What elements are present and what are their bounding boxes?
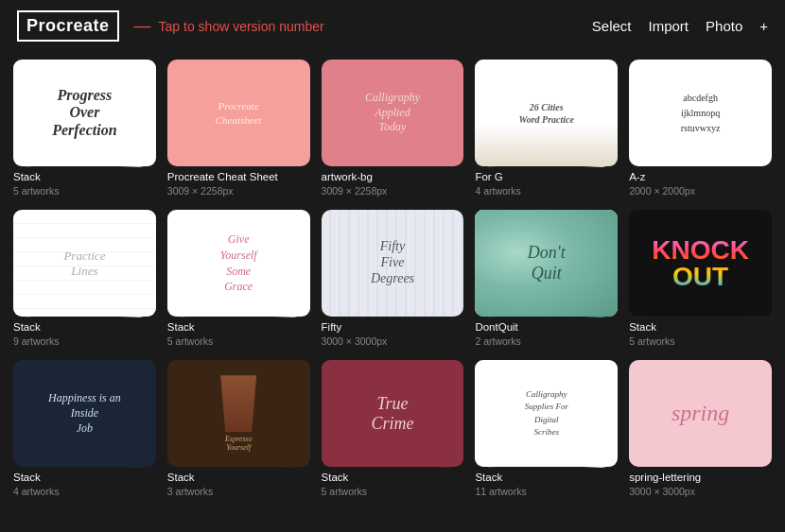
artwork-title: DontQuit bbox=[475, 321, 618, 333]
list-item[interactable]: EspressoYourself Stack 3 artworks bbox=[167, 360, 310, 497]
list-item[interactable]: spring spring-lettering 3000 × 3000px bbox=[629, 360, 772, 497]
artwork-title: Stack bbox=[322, 472, 464, 483]
list-item[interactable]: Happiness is anInsideJob Stack 4 artwork… bbox=[13, 360, 156, 497]
artwork-title: Stack bbox=[167, 472, 310, 483]
artwork-title: Fifty bbox=[322, 321, 464, 333]
artwork-grid: ProgressOverPerfection Stack 5 artworks … bbox=[0, 52, 785, 506]
add-button[interactable]: + bbox=[759, 19, 768, 33]
list-item[interactable]: PracticeLines Stack 9 artworks bbox=[13, 210, 156, 347]
artwork-sub: 4 artworks bbox=[475, 185, 618, 197]
artwork-sub: 4 artworks bbox=[13, 486, 156, 497]
list-item[interactable]: abcdefghijklmnopqrstuvwxyz A-z 2000 × 20… bbox=[629, 60, 772, 197]
artwork-sub: 3009 × 2258px bbox=[322, 185, 464, 197]
artwork-sub: 5 artworks bbox=[629, 335, 772, 347]
artwork-title: A-z bbox=[629, 171, 772, 182]
list-item[interactable]: CalligraphyAppliedToday artwork-bg 3009 … bbox=[322, 60, 464, 197]
list-item[interactable]: FiftyFiveDegrees Fifty 3000 × 3000px bbox=[322, 210, 464, 347]
version-hint: Tap to show version number bbox=[159, 19, 592, 34]
artwork-sub: 3000 × 3000px bbox=[322, 335, 464, 347]
artwork-title: artwork-bg bbox=[322, 171, 464, 182]
import-button[interactable]: Import bbox=[649, 18, 689, 34]
list-item[interactable]: Don'tQuit DontQuit 2 artworks bbox=[475, 210, 618, 347]
artwork-sub: 2 artworks bbox=[475, 335, 618, 347]
artwork-title: Stack bbox=[13, 321, 156, 333]
artwork-sub: 3009 × 2258px bbox=[167, 185, 310, 197]
artwork-sub: 11 artworks bbox=[475, 486, 618, 497]
list-item[interactable]: TrueCrime Stack 5 artworks bbox=[322, 360, 464, 497]
artwork-title: Stack bbox=[167, 321, 310, 333]
artwork-title: Procreate Cheat Sheet bbox=[167, 171, 310, 182]
artwork-title: Stack bbox=[629, 321, 772, 333]
app-logo[interactable]: Procreate bbox=[17, 10, 119, 42]
artwork-title: Stack bbox=[13, 472, 156, 483]
select-button[interactable]: Select bbox=[592, 18, 632, 34]
artwork-sub: 5 artworks bbox=[13, 185, 156, 197]
artwork-sub: 5 artworks bbox=[322, 486, 464, 497]
artwork-sub: 2000 × 2000px bbox=[629, 185, 772, 197]
arrow-icon: — bbox=[134, 16, 151, 36]
artwork-sub: 3000 × 3000px bbox=[629, 486, 772, 497]
list-item[interactable]: 26 CitiesWord Practice For G 4 artworks bbox=[475, 60, 618, 197]
artwork-title: Stack bbox=[13, 171, 156, 182]
list-item[interactable]: GiveYourselfSomeGrace Stack 5 artworks bbox=[167, 210, 310, 347]
artwork-sub: 5 artworks bbox=[167, 335, 310, 347]
header-actions: Select Import Photo + bbox=[592, 18, 768, 34]
photo-button[interactable]: Photo bbox=[706, 18, 742, 34]
list-item[interactable]: ProcreateCheatsheet Procreate Cheat Shee… bbox=[167, 60, 310, 197]
artwork-title: spring-lettering bbox=[629, 472, 772, 483]
artwork-title: For G bbox=[475, 171, 618, 182]
app-header: Procreate — Tap to show version number S… bbox=[0, 0, 785, 52]
artwork-sub: 9 artworks bbox=[13, 335, 156, 347]
list-item[interactable]: KNOCKOUT Stack 5 artworks bbox=[629, 210, 772, 347]
list-item[interactable]: CalligraphySupplies ForDigitalScribes St… bbox=[475, 360, 618, 497]
artwork-title: Stack bbox=[475, 472, 618, 483]
artwork-sub: 3 artworks bbox=[167, 486, 310, 497]
list-item[interactable]: ProgressOverPerfection Stack 5 artworks bbox=[13, 60, 156, 197]
